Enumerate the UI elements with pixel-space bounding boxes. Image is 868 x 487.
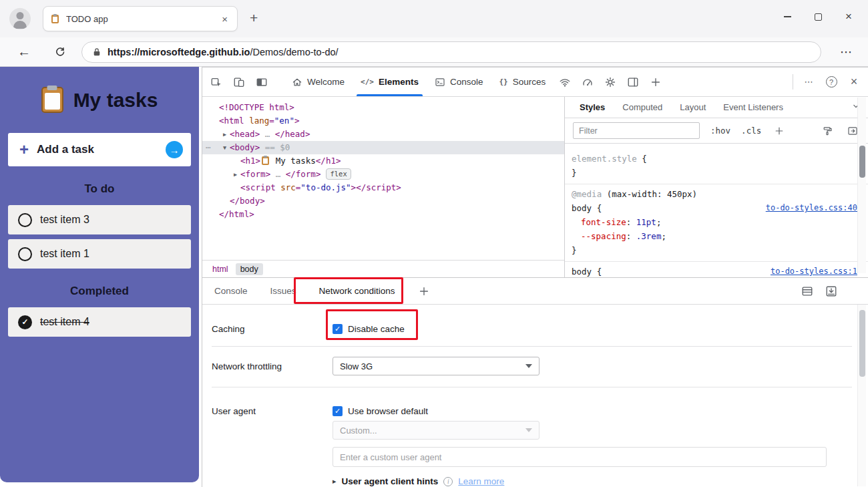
use-browser-default-label[interactable]: Use browser default	[348, 406, 428, 416]
submit-task-button[interactable]: →	[166, 141, 183, 158]
code-token: "en"	[274, 116, 294, 126]
help-icon[interactable]: ?	[820, 67, 843, 96]
add-task-form[interactable]: + Add a task →	[8, 133, 191, 166]
unchecked-circle-icon[interactable]	[18, 213, 32, 227]
throttling-select[interactable]: Slow 3G	[333, 357, 539, 375]
home-icon	[292, 77, 302, 88]
close-button[interactable]: ×	[833, 4, 864, 29]
use-browser-default-checkbox[interactable]: ✓	[333, 406, 343, 416]
breadcrumb-html[interactable]: html	[208, 263, 233, 275]
learn-more-link[interactable]: Learn more	[458, 476, 504, 486]
tab-welcome[interactable]: Welcome	[284, 67, 353, 96]
dom-tree-node[interactable]: <h1> My tasks</h1>	[202, 154, 564, 168]
expander-arrow-icon[interactable]: ▶	[220, 128, 230, 141]
tab-sources[interactable]: {} Sources	[491, 67, 554, 96]
dom-tree-node[interactable]: <!DOCTYPE html>	[202, 101, 564, 114]
css-line[interactable]: element.style {	[565, 152, 868, 166]
device-toolbar-icon[interactable]	[228, 67, 250, 96]
devtools-more-icon[interactable]: ⋯	[797, 67, 820, 96]
styles-scrollbar[interactable]	[857, 98, 866, 273]
expander-arrow-icon[interactable]: ▶	[230, 168, 240, 181]
performance-gauge-icon[interactable]	[576, 67, 599, 96]
titlebar: TODO app × + ×	[0, 0, 868, 37]
task-item-completed[interactable]: ✓ test item 4	[8, 307, 191, 337]
css-line[interactable]: font-size: 11pt;	[565, 215, 868, 229]
toggle-hover-state-button[interactable]: :hov	[710, 126, 730, 136]
css-line[interactable]: body {to-do-styles.css:40	[565, 201, 868, 215]
network-conditions-wifi-icon[interactable]	[554, 67, 576, 96]
code-token: </head>	[275, 129, 310, 139]
stylesheet-link[interactable]: to-do-styles.css:1	[771, 265, 857, 277]
dom-tree-node[interactable]: ▶<head> … </head>	[202, 128, 564, 141]
disable-cache-checkbox[interactable]: ✓	[333, 324, 343, 334]
drawer-tab-network-conditions[interactable]: Network conditions	[316, 278, 398, 304]
dom-tree-node[interactable]: </body>	[202, 194, 564, 208]
tab-elements[interactable]: </> Elements	[353, 67, 427, 96]
tab-layout[interactable]: Layout	[680, 102, 706, 112]
tab-console[interactable]: Console	[427, 67, 491, 96]
dom-tree-node[interactable]: </html>	[202, 208, 564, 221]
new-style-rule-plus-icon[interactable]	[772, 126, 787, 136]
code-token: </html>	[219, 209, 254, 219]
settings-gear-icon[interactable]	[599, 67, 622, 96]
disable-cache-label[interactable]: Disable cache	[348, 324, 405, 334]
dom-tree-node[interactable]: <script src="to-do.js"></script>	[202, 181, 564, 194]
css-line[interactable]: }	[565, 243, 868, 257]
address-bar[interactable]: https://microsoftedge.github.io/Demos/de…	[81, 41, 821, 63]
tab-label: Console	[450, 77, 483, 87]
new-tab-button[interactable]: +	[250, 11, 258, 25]
dom-tree-node[interactable]: ⋯▼<body> == $0	[202, 141, 564, 154]
tab-close-icon[interactable]: ×	[219, 13, 230, 25]
task-item[interactable]: test item 1	[8, 239, 191, 269]
task-item[interactable]: test item 3	[8, 205, 191, 234]
breadcrumb-body[interactable]: body	[236, 263, 263, 275]
tab-event-listeners[interactable]: Event Listeners	[723, 102, 783, 112]
stacked-panels-icon[interactable]	[800, 285, 815, 297]
stylesheet-link[interactable]: to-do-styles.css:40	[766, 201, 857, 215]
toggle-classes-button[interactable]: .cls	[741, 126, 761, 136]
flex-badge[interactable]: flex	[326, 168, 351, 180]
scrollbar-thumb[interactable]	[859, 146, 865, 178]
code-token: @media	[572, 189, 602, 199]
inspect-icon[interactable]	[205, 67, 228, 96]
css-line[interactable]: @media (max-width: 450px)	[565, 187, 868, 201]
back-button[interactable]: ←	[12, 37, 36, 66]
profile-avatar[interactable]	[9, 8, 31, 29]
disclosure-triangle-icon[interactable]: ▸	[333, 477, 337, 486]
screencast-icon[interactable]	[250, 67, 273, 96]
drawer-tab-console[interactable]: Console	[212, 278, 250, 304]
node-menu-dots-icon[interactable]: ⋯	[206, 141, 211, 154]
plus-icon: +	[19, 142, 29, 158]
drawer-scrollbar[interactable]	[857, 305, 866, 486]
browser-tab[interactable]: TODO app ×	[43, 6, 238, 31]
css-line[interactable]: body {to-do-styles.css:1	[565, 265, 868, 277]
tab-computed[interactable]: Computed	[622, 102, 662, 112]
styles-filter-input[interactable]	[573, 122, 700, 139]
paint-brush-icon[interactable]	[820, 126, 835, 136]
network-conditions-panel: Caching ✓ Disable cache Network throttli…	[202, 305, 868, 487]
minimize-button[interactable]	[772, 4, 803, 29]
unchecked-circle-icon[interactable]	[18, 247, 32, 261]
maximize-button[interactable]	[803, 4, 833, 29]
expander-arrow-icon[interactable]: ▼	[220, 141, 230, 154]
drawer-more-tabs-plus-icon[interactable]	[415, 285, 433, 297]
avatar-body-icon	[13, 21, 27, 29]
dom-tree-node[interactable]: <html lang="en">	[202, 114, 564, 128]
add-task-label: Add a task	[37, 143, 94, 156]
reload-button[interactable]	[48, 37, 72, 66]
css-line[interactable]: --spacing: .3rem;	[565, 229, 868, 243]
scrollbar-thumb[interactable]	[859, 310, 865, 377]
code-token: }	[572, 168, 577, 178]
code-token: body	[572, 267, 592, 277]
css-line[interactable]: }	[565, 166, 868, 180]
devtools-close-icon[interactable]: ×	[843, 67, 865, 96]
client-hints-section[interactable]: ▸ User agent client hints i Learn more	[333, 476, 504, 486]
more-tools-plus-icon[interactable]	[644, 67, 667, 96]
tab-styles[interactable]: Styles	[580, 102, 605, 112]
browser-more-icon[interactable]: ⋯	[835, 37, 857, 66]
dom-tree-node[interactable]: ▶<form> … </form>flex	[202, 168, 564, 181]
dock-bottom-arrow-icon[interactable]	[824, 285, 839, 297]
dock-panel-icon[interactable]	[622, 67, 644, 96]
checked-circle-icon[interactable]: ✓	[18, 315, 32, 329]
drawer-tab-issues[interactable]: Issues	[268, 278, 299, 304]
